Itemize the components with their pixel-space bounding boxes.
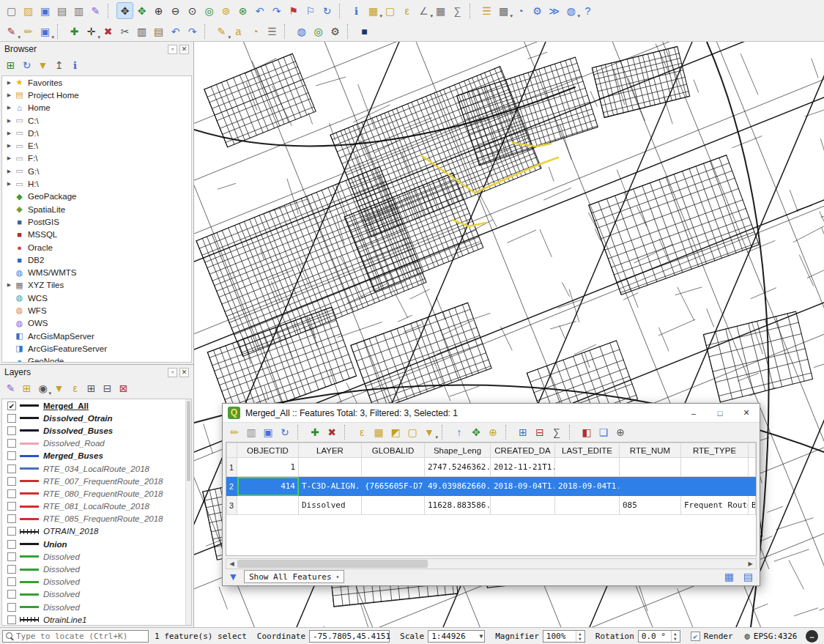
browser-item-e[interactable]: ▶▭E:\	[2, 139, 191, 152]
layer-item-rte-007-frequentroute-2018[interactable]: RTE_007_FrequentRoute_2018	[2, 475, 191, 487]
cell[interactable]	[237, 496, 299, 515]
processing-toolbox-icon[interactable]: ⚙	[529, 2, 546, 19]
measure-icon[interactable]: ∠▾	[415, 2, 432, 19]
browser-item-home[interactable]: ▶⌂Home	[2, 102, 191, 114]
pan-to-selection-icon[interactable]: ✥	[133, 2, 150, 19]
layer-visibility-checkbox[interactable]	[7, 527, 16, 536]
layer-item-merged-buses[interactable]: Merged_Buses	[2, 450, 191, 462]
select-features-icon[interactable]: ▦▾	[365, 2, 382, 19]
spinner-arrows-icon[interactable]: ▲▼	[576, 631, 584, 642]
layer-visibility-checkbox[interactable]	[7, 615, 16, 624]
expand-arrow-icon[interactable]: ▶	[4, 130, 14, 136]
multiedit-icon[interactable]: ▥	[243, 424, 259, 440]
add-group-icon[interactable]: ⊞	[19, 381, 34, 396]
magnifier-spinner[interactable]: 100% ▲▼	[543, 630, 585, 643]
column-header-objectid[interactable]: OBJECTID	[237, 443, 299, 458]
layer-labeling-icon[interactable]: a	[230, 23, 247, 40]
cell[interactable]: 085	[620, 496, 681, 515]
column-header-blank[interactable]	[227, 443, 237, 458]
pan-to-selected-icon[interactable]: ✥	[468, 424, 484, 440]
browser-item-xyz-tiles[interactable]: ▶▦XYZ Tiles	[2, 279, 191, 292]
save-edits-icon[interactable]: ▣	[260, 424, 276, 440]
maximize-button[interactable]: □	[707, 404, 733, 422]
layer-item-otrain-2018[interactable]: OTRAIN_2018	[2, 525, 191, 538]
column-header-shape-leng[interactable]: Shape_Leng	[425, 443, 491, 458]
current-edits-icon[interactable]: ✎▾	[3, 23, 20, 40]
cell[interactable]	[491, 496, 555, 515]
zoom-to-selected-icon[interactable]: ⊕	[485, 424, 501, 440]
layer-item-dissolved[interactable]: Dissolved	[2, 576, 191, 588]
expand-arrow-icon[interactable]: ▶	[4, 169, 14, 174]
invert-selection-icon[interactable]: ◩	[387, 424, 404, 440]
map-tips-icon[interactable]: ☰	[478, 2, 495, 19]
properties-widget-icon[interactable]: ℹ	[67, 58, 83, 73]
zoom-to-layer-icon[interactable]: ⊛	[234, 2, 251, 19]
cell[interactable]	[749, 458, 756, 477]
layer-item-union[interactable]: Union	[2, 538, 191, 550]
cell[interactable]: T-C3D-ALIGN...	[299, 477, 362, 496]
render-checkbox[interactable]: ✔	[691, 632, 700, 641]
filter-select-icon[interactable]: ▼▾	[421, 424, 437, 440]
show-bookmarks-icon[interactable]: ⚐	[302, 2, 319, 19]
minimize-button[interactable]: –	[680, 404, 707, 422]
layer-item-dissolved[interactable]: Dissolved	[2, 550, 191, 563]
filter-legend-icon[interactable]: ▼	[51, 381, 67, 396]
style-manager-icon[interactable]: ✎	[87, 2, 104, 19]
expand-all-icon[interactable]: ⊞	[83, 381, 99, 396]
layer-visibility-checkbox[interactable]	[7, 414, 16, 423]
scroll-left-icon[interactable]: ◀	[226, 560, 237, 567]
new-project-icon[interactable]: ▢	[3, 2, 20, 19]
table-row[interactable]: 112747.5246362...2012-11-21T1...	[227, 458, 756, 477]
float-panel-button[interactable]: ▫	[168, 368, 177, 377]
new-bookmark-icon[interactable]: ⚑	[285, 2, 302, 19]
row-number[interactable]: 3	[227, 496, 237, 515]
expand-arrow-icon[interactable]: ▶	[4, 181, 14, 187]
undo-icon[interactable]: ↶	[167, 23, 184, 40]
toggle-editing-icon[interactable]: ✏	[20, 23, 37, 40]
map-tips-toggle-icon[interactable]: ☰	[264, 23, 281, 40]
cell[interactable]: 2747.5246362...	[425, 458, 491, 477]
column-header-globalid[interactable]: GLOBALID	[362, 443, 425, 458]
metasearch-icon[interactable]: ■	[356, 23, 373, 40]
scrollbar-thumb[interactable]	[187, 401, 190, 481]
delete-selected-icon[interactable]: ✖	[324, 424, 340, 440]
refresh-map-icon[interactable]: ↻	[319, 2, 335, 19]
select-by-expression-icon[interactable]: ε	[354, 424, 370, 440]
layer-visibility-checkbox[interactable]	[7, 577, 16, 586]
browser-item-mssql[interactable]: ■MSSQL	[2, 229, 191, 241]
browser-item-spatialite[interactable]: ◆SpatiaLite	[2, 203, 191, 215]
refresh-browser-icon[interactable]: ↻	[19, 58, 34, 73]
scrollbar-thumb[interactable]	[237, 560, 428, 568]
browser-item-oracle[interactable]: ●Oracle	[2, 241, 191, 253]
expand-arrow-icon[interactable]: ▶	[4, 118, 14, 124]
scroll-right-icon[interactable]: ▶	[745, 560, 756, 567]
column-header-blank[interactable]	[749, 443, 756, 458]
table-row[interactable]: 3Dissolved11628.883586...085Frequent Rou…	[227, 496, 756, 515]
layer-visibility-checkbox[interactable]	[7, 540, 16, 549]
zoom-full-icon[interactable]: ◎	[201, 2, 218, 19]
cell[interactable]: 2018-09-04T1...	[555, 477, 620, 496]
column-header-rte-type[interactable]: RTE_TYPE	[681, 443, 749, 458]
open-project-icon[interactable]: ▨	[20, 2, 37, 19]
coordinate-input[interactable]: -75.7805,45.4151	[309, 630, 390, 643]
cell[interactable]	[620, 458, 681, 477]
temporal-controller-icon[interactable]: ◔	[512, 2, 529, 19]
messages-icon[interactable]: …	[806, 630, 818, 643]
cell[interactable]: 2012-11-21T1...	[491, 458, 555, 477]
select-by-expression-icon[interactable]: ε	[398, 2, 415, 19]
locate-search[interactable]	[2, 630, 149, 643]
collapse-all-layers-icon[interactable]: ⊟	[100, 381, 115, 396]
row-number[interactable]: 2	[227, 477, 237, 496]
expand-arrow-icon[interactable]: ▶	[4, 92, 14, 98]
new-map-view-icon[interactable]: ▩▾	[495, 2, 512, 19]
layer-item-dissolved[interactable]: Dissolved	[2, 601, 191, 613]
table-view-icon[interactable]: ▦	[721, 569, 738, 585]
select-all-icon[interactable]: ▦	[371, 424, 387, 440]
zoom-out-icon[interactable]: ⊖	[167, 2, 184, 19]
browser-item-postgis[interactable]: ■PostGIS	[2, 215, 191, 228]
processing-gear-icon[interactable]: ⚙	[327, 23, 344, 40]
layers-scrollbar[interactable]	[185, 399, 191, 625]
collapse-all-icon[interactable]: ↥	[51, 58, 67, 73]
rotation-spinner[interactable]: 0.0 ° ▲▼	[638, 630, 680, 643]
cell[interactable]: 2018-09-04T1...	[491, 477, 555, 496]
